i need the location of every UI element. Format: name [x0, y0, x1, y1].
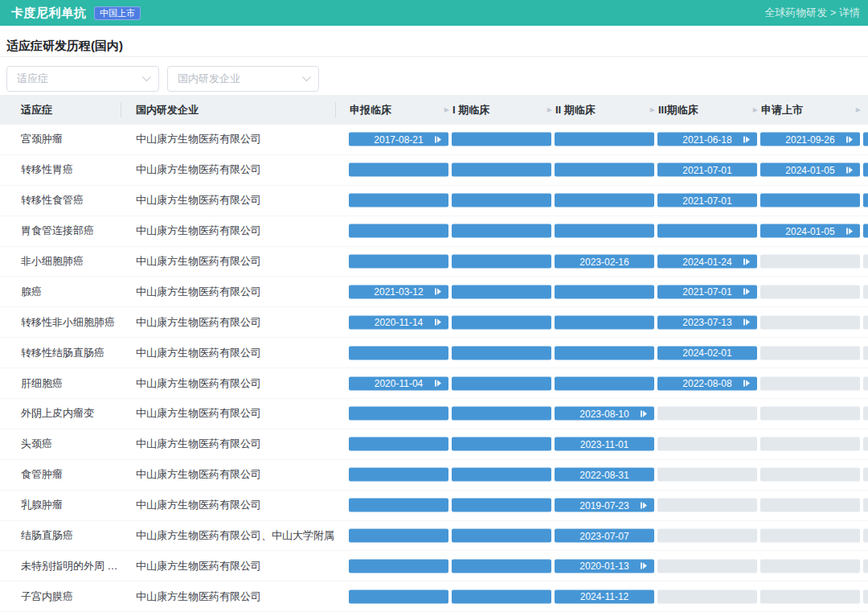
breadcrumb[interactable]: 全球药物研发 > 详情 — [764, 6, 860, 20]
phase-bar[interactable] — [452, 529, 551, 543]
company-filter-select[interactable]: 国内研发企业 — [167, 66, 319, 92]
phase-bar[interactable]: 2020-11-04 — [349, 376, 448, 390]
expand-icon[interactable] — [743, 136, 750, 142]
phase-bar[interactable] — [349, 255, 448, 269]
company-cell: 中山康方生物医药有限公司 — [121, 132, 335, 146]
expand-icon[interactable] — [641, 563, 647, 569]
phase-bar[interactable]: 2020-11-14 — [349, 315, 448, 329]
phase-arrow-icon: ▶ — [753, 107, 758, 113]
expand-icon[interactable] — [846, 166, 853, 173]
phase-bar[interactable] — [452, 437, 551, 451]
expand-icon[interactable] — [435, 136, 441, 142]
phase-bar[interactable] — [349, 346, 448, 359]
phase-bar[interactable] — [349, 437, 448, 451]
phase-bar[interactable] — [452, 315, 551, 329]
phase-bar[interactable] — [555, 285, 654, 298]
phase-bar[interactable] — [349, 559, 448, 573]
phase-bar[interactable] — [863, 163, 868, 177]
phase-bar[interactable] — [349, 468, 448, 482]
phase-bar[interactable] — [555, 346, 654, 359]
phase-bar[interactable]: 2023-02-16 — [555, 255, 654, 269]
phase-bar[interactable]: 2022-08-08 — [657, 376, 757, 390]
expand-icon[interactable] — [435, 319, 441, 326]
phase-bar[interactable]: 2024-01-05 — [760, 224, 860, 238]
indication-cell: 宫颈肿瘤 — [0, 132, 121, 146]
phase-bar[interactable] — [863, 194, 868, 207]
phase-bars: 2023-08-10 — [349, 407, 868, 421]
phase-bar[interactable]: 2023-07-07 — [555, 529, 654, 543]
phase-bar[interactable] — [452, 407, 551, 421]
indication-cell: 转移性结肠直肠癌 — [0, 346, 121, 360]
phase-bar[interactable] — [657, 224, 757, 238]
phase-bar[interactable] — [555, 315, 654, 329]
phase-bar[interactable]: 2024-01-24 — [657, 255, 757, 269]
phase-bar[interactable] — [555, 376, 654, 390]
phase-bar — [760, 468, 860, 482]
company-filter-placeholder: 国内研发企业 — [178, 72, 240, 86]
phase-bar[interactable]: 2023-07-13 — [657, 315, 757, 329]
phase-bar[interactable] — [349, 407, 448, 421]
expand-icon[interactable] — [846, 228, 853, 234]
phase-bar[interactable]: 2021-07-01 — [657, 194, 757, 207]
phase-column-header: II 期临床▶ — [555, 103, 657, 117]
phase-bar[interactable] — [555, 133, 654, 146]
phase-bar[interactable] — [555, 224, 654, 238]
phase-bar[interactable]: 2017-08-21 — [349, 133, 448, 146]
phase-bar[interactable]: 2021-07-01 — [657, 285, 757, 298]
expand-icon[interactable] — [743, 380, 750, 387]
phase-bar[interactable]: 2023-11-01 — [555, 437, 654, 451]
phase-bar[interactable] — [555, 194, 654, 207]
expand-icon[interactable] — [846, 136, 853, 142]
phase-bar[interactable]: 2021-06-18 — [657, 133, 757, 146]
phase-bar[interactable]: 2020-01-13 — [555, 559, 654, 573]
company-cell: 中山康方生物医药有限公司 — [121, 437, 335, 451]
table-row: 腺癌 中山康方生物医药有限公司 2021-03-122021-07-01 — [0, 277, 868, 307]
phase-bar[interactable]: 2024-01-05 — [760, 163, 860, 177]
expand-icon[interactable] — [641, 502, 647, 508]
phase-bar[interactable] — [452, 499, 551, 512]
phase-bar[interactable] — [452, 468, 551, 482]
phase-bars: 2023-07-07 — [349, 529, 868, 543]
phase-bar[interactable] — [349, 194, 448, 207]
indication-filter-select[interactable]: 适应症 — [6, 66, 159, 92]
phase-bar[interactable] — [452, 163, 551, 177]
phase-bar[interactable] — [760, 194, 860, 207]
phase-bar[interactable] — [863, 133, 868, 146]
phase-bar[interactable]: 2022-08-31 — [555, 468, 654, 482]
phase-bar[interactable] — [863, 224, 868, 238]
phase-bar[interactable] — [452, 559, 551, 573]
phase-bar[interactable] — [452, 133, 551, 146]
phase-bar[interactable] — [452, 255, 551, 269]
phase-bar[interactable] — [349, 163, 448, 177]
phase-bar[interactable] — [349, 589, 448, 603]
phase-bar[interactable] — [452, 285, 551, 298]
phase-bar[interactable] — [349, 499, 448, 512]
phase-bar[interactable]: 2019-07-23 — [555, 499, 654, 512]
expand-icon[interactable] — [743, 258, 750, 265]
phase-bar[interactable]: 2023-08-10 — [555, 407, 654, 421]
expand-icon[interactable] — [743, 289, 750, 295]
phase-date: 2023-11-01 — [580, 439, 629, 449]
expand-icon[interactable] — [743, 319, 750, 326]
column-header-company: 国内研发企业 — [121, 103, 335, 117]
phase-bar[interactable]: 2024-11-12 — [555, 589, 654, 603]
phase-bar[interactable] — [452, 346, 551, 359]
expand-icon[interactable] — [435, 380, 441, 387]
phase-bar[interactable] — [452, 376, 551, 390]
phase-bar[interactable]: 2021-03-12 — [349, 285, 448, 298]
phase-bar[interactable] — [452, 224, 551, 238]
phase-bar[interactable] — [452, 589, 551, 603]
company-cell: 中山康方生物医药有限公司 — [121, 346, 335, 360]
phase-bar[interactable] — [349, 224, 448, 238]
expand-icon[interactable] — [641, 410, 647, 417]
phase-bar[interactable] — [452, 194, 551, 207]
phase-bar[interactable]: 2021-09-26 — [760, 133, 860, 146]
phase-bar[interactable] — [349, 529, 448, 543]
phase-bar — [760, 529, 860, 543]
phase-bar[interactable]: 2021-07-01 — [657, 163, 757, 177]
table-row: 非小细胞肺癌 中山康方生物医药有限公司 2023-02-162024-01-24 — [0, 247, 868, 277]
phase-bar[interactable] — [555, 163, 654, 177]
phase-bar[interactable]: 2024-02-01 — [657, 346, 757, 359]
indication-cell: 胃食管连接部癌 — [0, 224, 121, 238]
expand-icon[interactable] — [435, 289, 441, 295]
